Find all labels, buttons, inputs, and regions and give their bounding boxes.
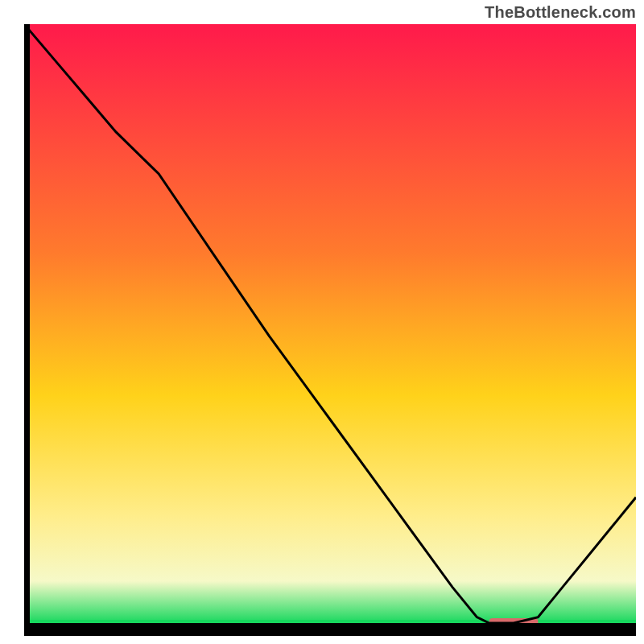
bottleneck-chart (24, 24, 636, 636)
green-baseline-strip (24, 620, 636, 623)
plot-area (24, 24, 636, 636)
watermark-text: TheBottleneck.com (485, 3, 636, 22)
gradient-background (24, 24, 636, 623)
chart-stage: TheBottleneck.com (0, 0, 644, 644)
